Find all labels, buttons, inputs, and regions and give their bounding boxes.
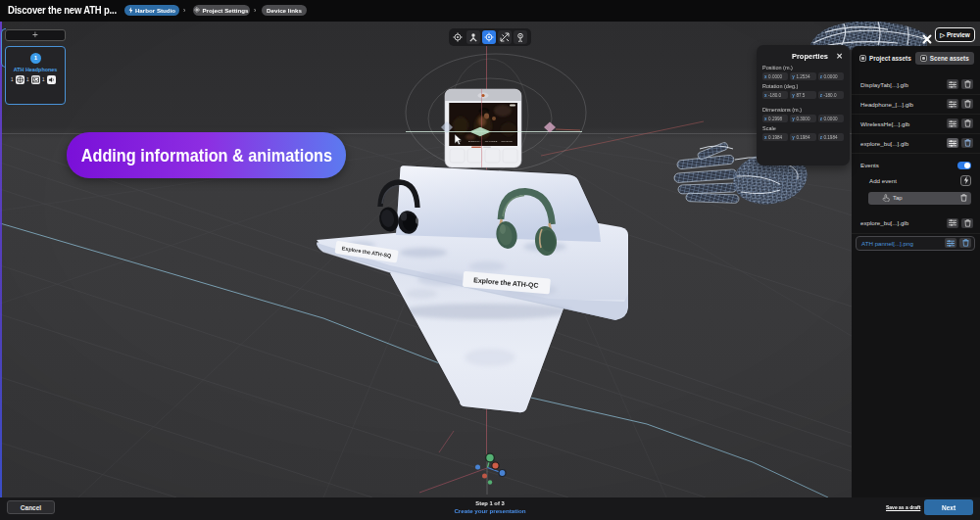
svg-text:SPECIFICA: SPECIFICA [468,140,481,143]
svg-text:REVIEWS: REVIEWS [501,140,512,143]
svg-text:FEATURES: FEATURES [485,140,498,143]
